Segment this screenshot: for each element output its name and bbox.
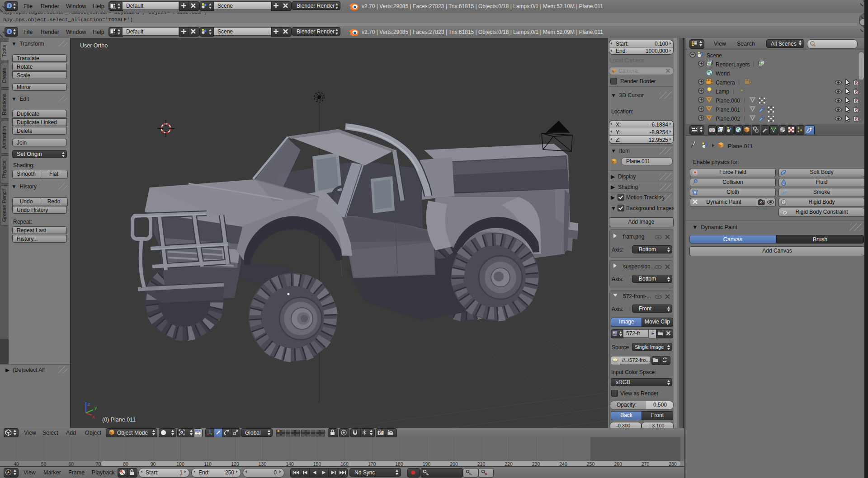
svg-text:z: z <box>88 401 90 407</box>
svg-text:y: y <box>94 405 97 410</box>
svg-text:i: i <box>9 3 10 8</box>
svg-text:(0) Plane.011: (0) Plane.011 <box>102 417 136 423</box>
svg-text:User Ortho: User Ortho <box>80 42 108 49</box>
svg-text:x: x <box>92 414 95 419</box>
svg-text:i: i <box>9 29 10 34</box>
